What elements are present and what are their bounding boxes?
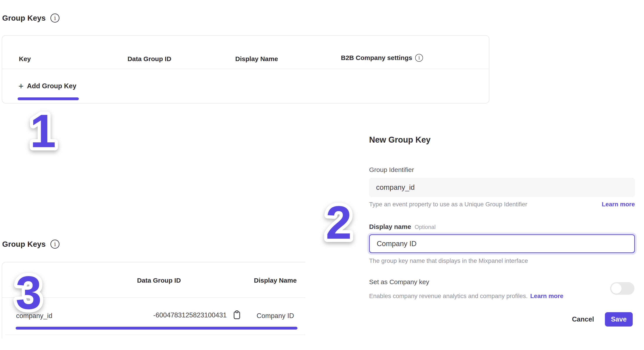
- add-group-key-label: Add Group Key: [27, 82, 76, 90]
- table-header-divider: [2, 69, 489, 69]
- page-title: Group Keys: [2, 240, 46, 248]
- display-name-helper: The group key name that displays in the …: [369, 257, 528, 264]
- column-header-b2b-settings-wrap: B2B Company settings i: [341, 54, 423, 62]
- toggle-knob: [611, 283, 622, 294]
- save-button[interactable]: Save: [605, 312, 633, 326]
- column-header-display-name: Display Name: [232, 277, 305, 284]
- svg-text:2: 2: [326, 196, 352, 249]
- company-key-helper-row: Enables company revenue analytics and co…: [369, 293, 635, 300]
- group-keys-table-empty: Key Data Group ID Display Name B2B Compa…: [2, 35, 490, 103]
- svg-text:3: 3: [16, 267, 42, 319]
- row-data-group-id-cell: -6004783125823100431: [98, 310, 242, 321]
- form-title: New Group Key: [369, 135, 430, 144]
- group-identifier-helper: Type an event property to use as a Uniqu…: [369, 201, 527, 208]
- annotation-step-1: 1: [15, 101, 71, 158]
- learn-more-link[interactable]: Learn more: [530, 293, 564, 300]
- company-key-label: Set as Company key: [369, 278, 429, 286]
- cancel-button[interactable]: Cancel: [564, 313, 602, 326]
- column-header-display-name: Display Name: [213, 55, 300, 63]
- group-identifier-input[interactable]: [369, 178, 635, 197]
- display-name-input[interactable]: [369, 234, 635, 253]
- info-icon[interactable]: i: [50, 14, 60, 23]
- learn-more-link[interactable]: Learn more: [602, 201, 635, 208]
- display-name-label-row: Display name Optional: [369, 223, 436, 230]
- column-header-b2b-settings: B2B Company settings: [341, 54, 412, 62]
- annotation-step-2: 2: [310, 194, 367, 251]
- column-header-data-group-id: Data Group ID: [106, 55, 193, 63]
- svg-text:1: 1: [30, 105, 56, 157]
- row-display-name-cell: Company ID: [232, 312, 305, 320]
- group-identifier-helper-row: Type an event property to use as a Uniqu…: [369, 201, 635, 208]
- top-group-keys-title: Group Keys i: [2, 14, 60, 23]
- annotation-underline-group-key-row: [16, 327, 298, 329]
- group-identifier-label: Group Identifier: [369, 166, 414, 173]
- plus-icon: +: [18, 82, 24, 90]
- bottom-group-keys-title: Group Keys i: [2, 240, 60, 249]
- display-name-helper-row: The group key name that displays in the …: [369, 257, 635, 264]
- annotation-underline-add-group-key: [18, 97, 79, 100]
- info-icon[interactable]: i: [50, 240, 60, 249]
- page-title: Group Keys: [2, 14, 46, 22]
- row-divider: [5, 334, 305, 335]
- annotation-step-3: 3: [0, 264, 57, 321]
- display-name-label: Display name: [369, 223, 411, 230]
- display-name-optional-label: Optional: [414, 224, 436, 230]
- column-header-data-group-id: Data Group ID: [116, 277, 202, 284]
- page: Group Keys i Key Data Group ID Display N…: [0, 0, 644, 350]
- column-header-key: Key: [19, 55, 31, 63]
- company-key-helper: Enables company revenue analytics and co…: [369, 293, 528, 300]
- info-icon[interactable]: i: [415, 54, 423, 62]
- add-group-key-button[interactable]: + Add Group Key: [18, 82, 76, 90]
- data-group-id-value: -6004783125823100431: [153, 311, 227, 319]
